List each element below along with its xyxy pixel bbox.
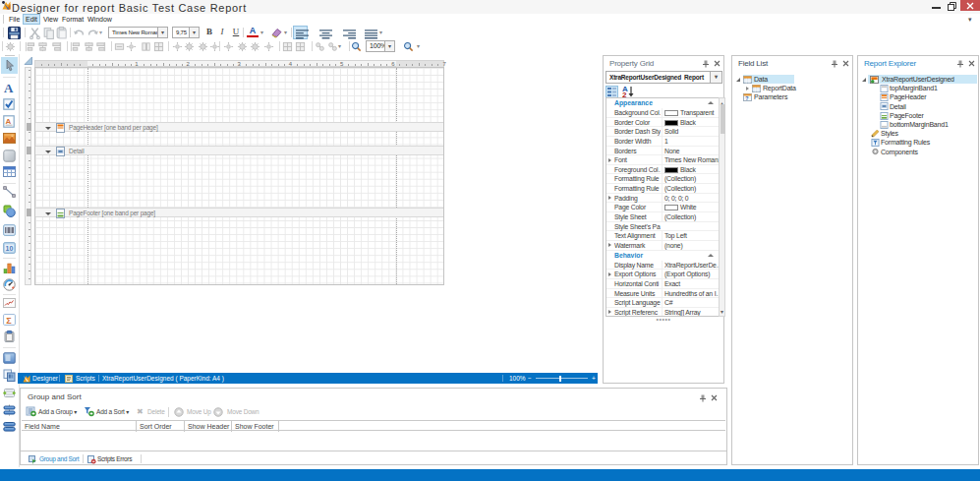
svg-text:A: A: [6, 117, 12, 126]
svg-text:?: ?: [745, 95, 748, 101]
svg-text:A: A: [4, 81, 14, 93]
svg-text:Σ: Σ: [6, 315, 12, 325]
svg-text:10: 10: [6, 245, 14, 252]
